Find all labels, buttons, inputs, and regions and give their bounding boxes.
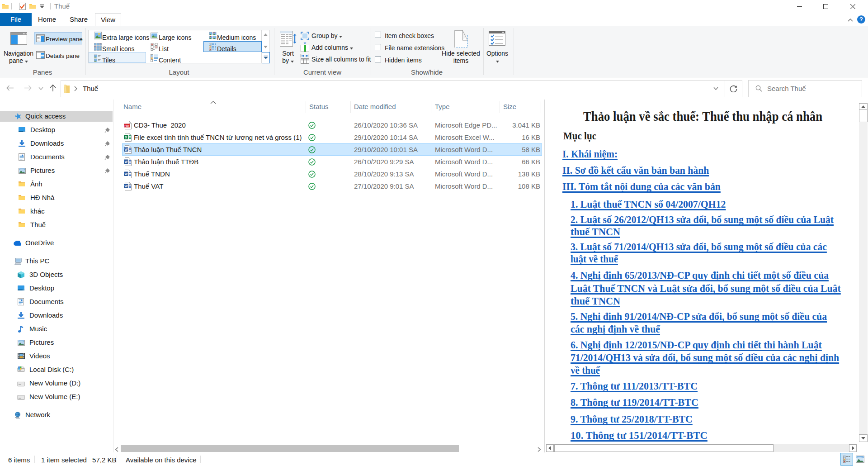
svg-text:W: W: [124, 160, 127, 163]
svg-text:W: W: [124, 148, 127, 151]
svg-text:X: X: [125, 135, 127, 139]
svg-text:W: W: [124, 172, 127, 176]
svg-text:W: W: [124, 185, 127, 188]
svg-text:PDF: PDF: [124, 124, 130, 127]
